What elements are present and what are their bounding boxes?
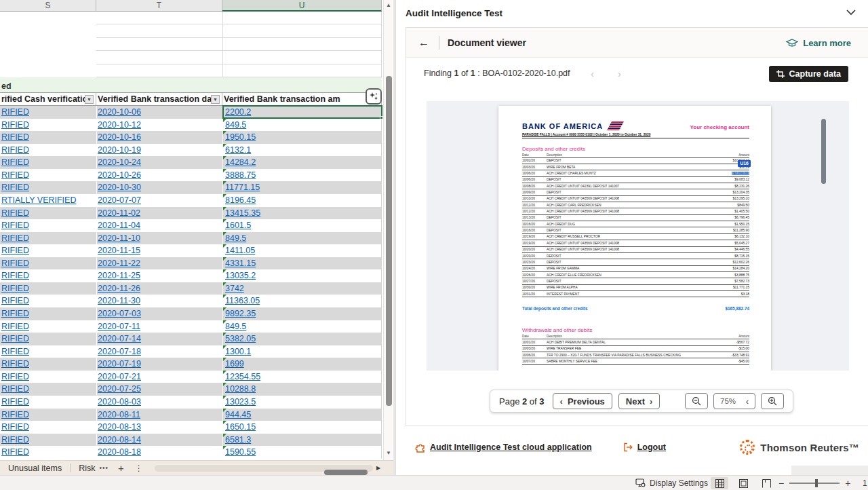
cell-link[interactable]: RIFIED — [1, 359, 29, 369]
cell-link[interactable]: 2020-07-19 — [98, 359, 141, 369]
captured-amount-highlight[interactable]: $2,200.20 — [732, 172, 749, 175]
cell-transaction-date[interactable]: 2020-07-19 — [96, 358, 222, 371]
hscrollbar-thumb[interactable] — [324, 470, 368, 475]
cell-link[interactable]: 2020-07-18 — [98, 347, 141, 356]
cell-transaction-date[interactable]: 2020-08-11 — [96, 409, 222, 421]
cell-transaction-date[interactable]: 2020-11-04 — [96, 219, 222, 232]
cell-transaction-date[interactable]: 2020-10-16 — [96, 131, 222, 144]
cell-transaction-amount[interactable]: 849.5 — [222, 119, 382, 132]
cell-transaction-date[interactable]: 2020-11-10 — [96, 232, 222, 245]
horizontal-scrollbar[interactable] — [155, 465, 373, 472]
cell-transaction-date[interactable]: 2020-08-03 — [96, 396, 222, 409]
cell-link[interactable]: 2020-10-06 — [98, 107, 141, 117]
capture-data-button[interactable]: Capture data — [769, 66, 848, 82]
column-header-t[interactable]: T — [96, 0, 222, 12]
cell-link[interactable]: RIFIED — [1, 221, 29, 230]
next-page-button[interactable]: Next › — [618, 393, 660, 409]
cell-link[interactable]: 13023.5 — [225, 397, 256, 407]
cell-verification-status[interactable]: RIFIED — [0, 106, 96, 119]
zoom-knob[interactable] — [815, 479, 818, 487]
cell-verification-status[interactable]: RIFIED — [0, 257, 96, 270]
cell-verification-status[interactable]: RIFIED — [0, 131, 96, 144]
cell-verification-status[interactable]: RIFIED — [0, 333, 96, 345]
cell-link[interactable]: RIFIED — [1, 132, 29, 142]
header-transaction-amount[interactable]: Verified Bank transaction am — [222, 93, 382, 105]
more-tabs-icon[interactable]: ••• — [100, 464, 109, 472]
cell-transaction-amount[interactable]: 5382.05 — [222, 333, 382, 345]
cell-link[interactable]: RIFIED — [1, 271, 29, 280]
cell-verification-status[interactable]: RIFIED — [0, 207, 96, 220]
cell-transaction-amount[interactable]: 10288.8 — [222, 383, 382, 396]
cell-verification-status[interactable]: RIFIED — [0, 269, 96, 282]
cell-transaction-date[interactable]: 2020-07-21 — [96, 371, 222, 383]
back-button[interactable]: ← — [418, 37, 429, 49]
normal-view-button[interactable] — [711, 477, 728, 489]
cell-transaction-date[interactable]: 2020-07-14 — [96, 333, 222, 345]
cell-verification-status[interactable]: RIFIED — [0, 219, 96, 232]
cell-transaction-date[interactable]: 2020-10-24 — [96, 156, 222, 169]
cell-link[interactable]: 2020-08-18 — [98, 447, 141, 457]
cell-link[interactable]: 944.45 — [225, 410, 251, 419]
cell-link[interactable]: 5382.05 — [225, 334, 256, 343]
cell-link[interactable]: 2020-07-11 — [98, 322, 140, 331]
cell-transaction-date[interactable]: 2020-08-18 — [96, 446, 222, 459]
cell-verification-status[interactable]: RIFIED — [0, 396, 96, 409]
cell-link[interactable]: RIFIED — [1, 384, 29, 394]
cloud-app-link[interactable]: Audit Intelligence Test cloud applicatio… — [415, 442, 592, 453]
cell-transaction-amount[interactable]: 1601.5 — [222, 219, 382, 232]
cell-link[interactable]: 3888.75 — [225, 170, 256, 180]
page-break-view-button[interactable] — [757, 477, 775, 489]
cell-link[interactable]: RIFIED — [1, 208, 29, 218]
cell-link[interactable]: 2020-10-19 — [98, 145, 141, 155]
cell-link[interactable]: 14284.2 — [225, 157, 256, 167]
cell-link[interactable]: 1411.05 — [225, 246, 255, 255]
cell-link[interactable]: 11363.05 — [225, 296, 260, 305]
cell-transaction-amount[interactable]: 1300.1 — [222, 345, 382, 358]
page-layout-view-button[interactable] — [734, 477, 752, 489]
cell-transaction-date[interactable]: 2020-07-03 — [96, 307, 222, 320]
cell-verification-status[interactable]: RIFIED — [0, 307, 96, 320]
zoom-level-dropdown[interactable]: 75% ‹ — [713, 393, 755, 409]
cell-transaction-amount[interactable]: 13023.5 — [222, 396, 382, 409]
cell-verification-status[interactable]: RTIALLY VERIFIED — [0, 194, 96, 207]
cell-transaction-amount[interactable]: 9892.35 — [222, 307, 382, 320]
cell-link[interactable]: 2200.2 — [225, 107, 251, 117]
cell-link[interactable]: 1650.15 — [225, 422, 256, 432]
cell-link[interactable]: 2020-11-30 — [98, 296, 140, 305]
cell-link[interactable]: 2020-07-03 — [98, 309, 141, 318]
cell-link[interactable]: 2020-11-26 — [98, 284, 140, 293]
cell-link[interactable]: 2020-08-13 — [98, 422, 141, 432]
cell-link[interactable]: RIFIED — [1, 233, 29, 243]
cell-verification-status[interactable]: RIFIED — [0, 409, 96, 421]
cell-transaction-amount[interactable]: 1699 — [222, 358, 382, 371]
cell-transaction-amount[interactable]: 11363.05 — [222, 295, 382, 307]
cell-link[interactable]: 13035.2 — [225, 271, 256, 280]
previous-page-button[interactable]: ‹ Previous — [553, 393, 612, 409]
cell-link[interactable]: RIFIED — [1, 322, 29, 331]
cell-transaction-date[interactable]: 2020-10-06 — [96, 106, 222, 119]
cell-link[interactable]: 2020-07-14 — [98, 334, 141, 343]
cell-link[interactable]: 2020-10-16 — [98, 132, 141, 142]
cell-verification-status[interactable]: RIFIED — [0, 244, 96, 257]
cell-transaction-date[interactable]: 2020-07-07 — [96, 194, 222, 207]
column-header-s[interactable]: S — [0, 0, 96, 12]
cell-verification-status[interactable]: RIFIED — [0, 295, 96, 307]
cell-transaction-date[interactable]: 2020-07-18 — [96, 345, 222, 358]
cell-link[interactable]: 2020-11-22 — [98, 259, 140, 268]
cell-link[interactable]: RIFIED — [1, 422, 29, 432]
scroll-up-icon[interactable]: ▲ — [384, 2, 393, 8]
learn-more-link[interactable]: Learn more — [786, 28, 851, 58]
sheet-tab-unusual-items[interactable]: Unusual items — [5, 464, 64, 473]
display-settings-button[interactable]: Display Settings — [635, 478, 708, 488]
cell-link[interactable]: 4331.15 — [225, 259, 256, 268]
cell-verification-status[interactable]: RIFIED — [0, 169, 96, 182]
cell-link[interactable]: RIFIED — [1, 296, 29, 305]
zoom-plus-icon[interactable]: + — [845, 478, 850, 489]
cell-verification-status[interactable]: RIFIED — [0, 358, 96, 371]
cell-link[interactable]: 2020-11-02 — [98, 208, 140, 218]
cell-link[interactable]: 3742 — [225, 284, 244, 293]
cell-verification-status[interactable]: RIFIED — [0, 282, 96, 295]
cell-transaction-amount[interactable]: 944.45 — [222, 409, 382, 421]
cell-link[interactable]: 9892.35 — [225, 309, 256, 318]
cell-link[interactable]: RIFIED — [1, 334, 29, 343]
